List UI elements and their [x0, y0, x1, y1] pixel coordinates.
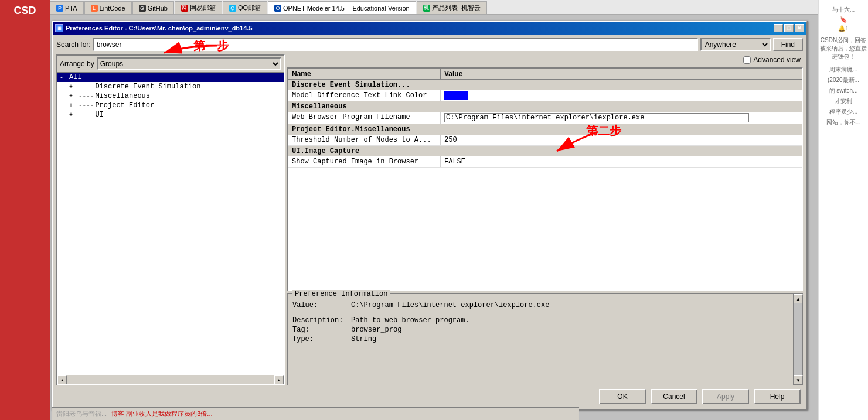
prop-value-show-captured: FALSE	[441, 156, 802, 167]
tree-expander-misc: +	[69, 93, 79, 100]
preferences-dialog: ⊞ Preferences Editor - C:\Users\Mr. chen…	[52, 21, 808, 410]
advanced-view-checkbox[interactable]	[743, 56, 751, 64]
tree-item-ui-label: UI	[95, 111, 103, 119]
tree-dots-ui: ----	[79, 111, 94, 118]
tree-item-misc[interactable]: + ---- Miscellaneous	[57, 91, 284, 101]
header-value: Value	[441, 69, 802, 79]
pref-info-scroll-up[interactable]: ▲	[794, 294, 803, 303]
dialog-icon: ⊞	[55, 24, 63, 32]
search-dropdown-container: Anywhere Name Value	[700, 38, 771, 51]
prop-name-web-browser: Web Browser Program Filename	[288, 112, 441, 124]
search-label: Search for:	[56, 40, 91, 49]
dialog-title: Preferences Editor - C:\Users\Mr. chen\o…	[66, 25, 772, 32]
tab-lintcode[interactable]: L LintCode	[84, 1, 132, 14]
tree-expander-pe: +	[69, 103, 79, 109]
table-row[interactable]: Web Browser Program Filename C:\Program …	[288, 112, 802, 124]
bottom-bar: 贵阳老乌与音福... 博客 副业收入是我做程序员的3倍...	[52, 407, 579, 420]
163mail-favicon: 网	[181, 5, 188, 12]
dialog-titlebar: ⊞ Preferences Editor - C:\Users\Mr. chen…	[53, 22, 806, 35]
help-button[interactable]: Help	[754, 389, 801, 404]
tree-expander-des: +	[69, 84, 79, 90]
minimize-button[interactable]: _	[774, 24, 783, 32]
maximize-button[interactable]: □	[784, 24, 794, 32]
tree-dots-des: ----	[79, 83, 94, 90]
advanced-view-label: Advanced view	[753, 56, 801, 64]
main-content: Arrange by Groups Name - All + --	[56, 54, 803, 385]
tree-item-des[interactable]: + ---- Discrete Event Simulation	[57, 82, 284, 91]
pref-info-desc-content: Path to web browser program.	[351, 316, 788, 325]
horizontal-scrollbar[interactable]: ◂ ▸	[57, 375, 284, 384]
pref-info-value-content: C:\Program Files\internet explorer\iexpl…	[351, 301, 788, 309]
tab-qqmail[interactable]: Q QQ邮箱	[223, 1, 267, 14]
arrange-label: Arrange by	[60, 60, 94, 68]
pref-info-desc-label: Description:	[292, 316, 351, 325]
github-favicon: G	[139, 5, 146, 12]
tree-panel: Arrange by Groups Name - All + --	[56, 54, 285, 385]
csdn-left-sidebar: CSD	[0, 0, 50, 420]
header-name: Name	[288, 69, 441, 79]
tree-item-pe[interactable]: + ---- Project Editor	[57, 101, 284, 110]
tree-expander-ui: +	[69, 112, 79, 118]
close-button[interactable]: ✕	[795, 24, 804, 32]
tab-products[interactable]: 机 产品列表_机智云	[417, 1, 487, 14]
tab-pta[interactable]: P PTA	[50, 1, 84, 14]
search-scope-dropdown[interactable]: Anywhere Name Value	[700, 38, 771, 51]
group-pe-misc: Project Editor.Miscellaneous	[288, 124, 802, 135]
csdn-right-content: 与十六... 🔖 🔔1 CSDN必问，回答被采纳后，您直接进钱包！ 周末病魔..…	[819, 5, 868, 128]
arrange-bar: Arrange by Groups Name	[57, 56, 284, 73]
table-row[interactable]: Threshold Number of Nodes to A... 250	[288, 135, 802, 146]
bottom-csdn-text: 贵阳老乌与音福...	[56, 409, 107, 418]
pref-info-tag-row: Tag: browser_prog	[292, 326, 788, 334]
prop-name-model-diff: Model Difference Text Link Color	[288, 90, 441, 101]
pref-info-scroll-down[interactable]: ▼	[794, 375, 803, 385]
dialog-body: Search for: Anywhere Name Value Find Arr…	[53, 35, 806, 409]
ok-button[interactable]: OK	[599, 389, 646, 404]
tree-item-all[interactable]: - All	[57, 73, 284, 82]
pref-info-scrollbar: ▲ ▼	[793, 294, 802, 385]
tree-item-pe-label: Project Editor	[95, 101, 154, 110]
group-ui-image: UI.Image Capture	[288, 146, 802, 156]
bottom-ads-text: 博客 副业收入是我做程序员的3倍...	[111, 409, 212, 418]
search-bar: Search for: Anywhere Name Value Find	[56, 38, 803, 51]
hscroll-track	[67, 377, 274, 384]
prop-name-threshold: Threshold Number of Nodes to A...	[288, 135, 441, 145]
group-des: Discrete Event Simulation...	[288, 80, 802, 90]
products-favicon: 机	[423, 5, 430, 12]
prop-value-web-browser[interactable]: C:\Program Files\internet explorer\iexpl…	[441, 112, 802, 124]
find-button[interactable]: Find	[773, 38, 803, 51]
tab-github[interactable]: G GitHub	[132, 1, 174, 14]
group-misc: Miscellaneous	[288, 101, 802, 112]
pta-favicon: P	[56, 5, 63, 12]
csdn-logo: CSD	[13, 5, 36, 17]
browser-tabs: P PTA L LintCode G GitHub 网 网易邮箱 Q QQ邮箱 …	[50, 0, 818, 15]
properties-table: Name Value Discrete Event Simulation... …	[287, 67, 803, 291]
web-browser-value: C:\Program Files\internet explorer\iexpl…	[444, 113, 749, 122]
table-row[interactable]: Model Difference Text Link Color	[288, 90, 802, 101]
pref-info-tag-content: browser_prog	[351, 326, 788, 334]
search-input[interactable]	[93, 38, 698, 51]
hscroll-right-button[interactable]: ▸	[274, 375, 284, 385]
hscroll-left-button[interactable]: ◂	[57, 375, 67, 385]
right-panel: Advanced view Name Value Discrete Event …	[287, 54, 803, 385]
tree-item-all-label: All	[69, 73, 82, 81]
tab-163mail[interactable]: 网 网易邮箱	[175, 1, 222, 14]
tab-opnet[interactable]: O OPNET Modeler 14.5 -- Educational Vers…	[268, 1, 416, 14]
pref-info-type-content: String	[351, 335, 788, 343]
prop-value-threshold: 250	[441, 135, 802, 145]
arrange-select[interactable]: Groups Name	[97, 57, 281, 70]
tree-item-des-label: Discrete Event Simulation	[95, 83, 200, 91]
table-body: Discrete Event Simulation... Model Diffe…	[288, 80, 802, 290]
table-row[interactable]: Show Captured Image in Browser FALSE	[288, 156, 802, 168]
pref-info-scroll-track	[794, 303, 802, 375]
tree-item-ui[interactable]: + ---- UI	[57, 110, 284, 119]
bottom-buttons: OK Cancel Apply Help	[56, 385, 803, 405]
pref-info-type-row: Type: String	[292, 335, 788, 343]
pref-info-tag-label: Tag:	[292, 326, 351, 334]
apply-button[interactable]: Apply	[702, 389, 749, 404]
tree-dots-pe: ----	[79, 102, 94, 109]
prop-value-model-diff[interactable]	[441, 90, 802, 101]
opnet-favicon: O	[274, 5, 281, 12]
pref-info-title: Preference Information	[292, 290, 390, 298]
advanced-view-bar: Advanced view	[287, 54, 803, 65]
cancel-button[interactable]: Cancel	[651, 389, 697, 404]
